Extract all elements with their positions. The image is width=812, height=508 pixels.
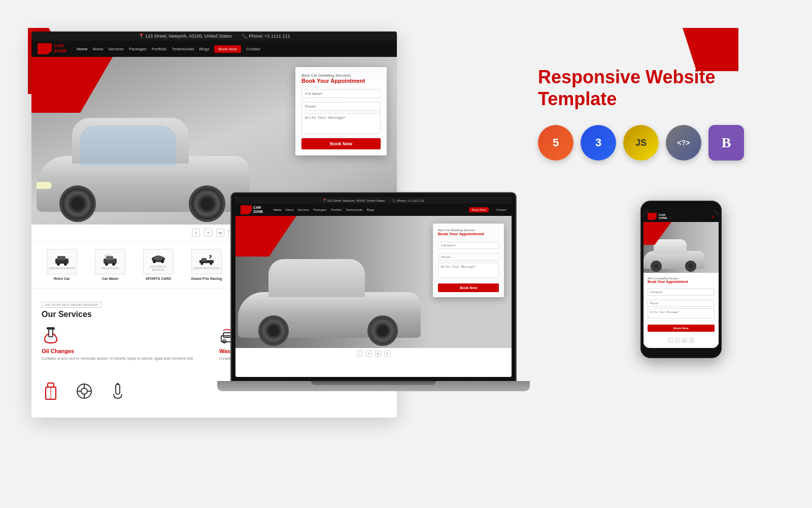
deco-red-topright: [683, 28, 738, 71]
brand-sports-logo: FOR PARTS & SERVICES: [143, 249, 174, 274]
nav-about[interactable]: About: [92, 47, 103, 51]
phone-social-in[interactable]: in: [682, 338, 687, 343]
nav-packages[interactable]: Packages: [129, 47, 147, 51]
js-badge: JS: [623, 125, 659, 161]
laptop-logo-badge: [241, 205, 252, 214]
svg-point-13: [153, 260, 156, 263]
laptop-nav-about[interactable]: About: [285, 208, 293, 211]
phone-logo-badge: [648, 213, 657, 220]
phone-social-tw[interactable]: t: [668, 338, 673, 343]
grandprix-icon: [199, 253, 214, 266]
phone-social-strip: t f in li: [644, 336, 719, 345]
laptop-logo-text: CARZONE: [253, 206, 263, 213]
laptop-base-notch: [311, 381, 436, 385]
phone-message-input[interactable]: [648, 308, 715, 319]
nav-book-button[interactable]: Book Now: [214, 45, 241, 53]
laptop-social-twitter[interactable]: t: [357, 351, 363, 357]
phone-fullname-input[interactable]: [648, 289, 715, 296]
phone-menu-icon[interactable]: ≡: [712, 214, 715, 219]
desktop-form-title: Book Your Appointment: [301, 78, 381, 84]
laptop-social-instagram[interactable]: li: [384, 351, 390, 357]
laptop-nav-contact[interactable]: Contact: [496, 208, 506, 211]
laptop-car-cabin: [268, 259, 365, 297]
js-symbol: JS: [635, 138, 647, 148]
phone-book-button[interactable]: Book Now: [648, 325, 715, 332]
rp-heading: Responsive Website Template: [538, 66, 782, 110]
service-icon-1: [42, 382, 60, 402]
social-instagram[interactable]: in: [216, 229, 224, 237]
laptop-book-button[interactable]: Book Now: [469, 207, 489, 212]
laptop-nav-home[interactable]: Home: [273, 208, 281, 211]
phone-hero: [644, 222, 719, 273]
brand-retro-car: CAR PARTS & REPAIR Retro Car: [42, 249, 82, 280]
laptop-logo: CARZONE: [241, 205, 263, 214]
car-headlight: [37, 182, 52, 189]
svg-rect-5: [106, 256, 113, 260]
svg-rect-22: [211, 255, 212, 256]
php-badge: <?>: [666, 125, 701, 161]
desktop-message-input[interactable]: [301, 113, 381, 134]
laptop-base: [217, 381, 530, 391]
nav-blogs[interactable]: Blogs: [199, 47, 209, 51]
laptop-booking-form: Best Car Detailing Services Book Your Ap…: [433, 224, 504, 297]
car-windshield: [80, 125, 176, 166]
laptop-nav-testimonials[interactable]: Testimonials: [346, 208, 363, 211]
html5-badge: 5: [538, 125, 573, 161]
desktop-booking-form: Best Car Detailing Services Book Your Ap…: [295, 67, 387, 155]
laptop-message-input[interactable]: [438, 263, 499, 278]
desktop-phone-input[interactable]: [301, 102, 381, 111]
desktop-nav-links: Home About Services Packages Portfolio T…: [77, 45, 391, 53]
laptop-form-title: Book Your Appointment: [438, 232, 499, 236]
laptop-nav-links: Home About Services Packages Portfolio T…: [273, 208, 465, 211]
phone-car-wf: [651, 261, 662, 272]
nav-contact[interactable]: Contact: [246, 47, 260, 51]
laptop-nav-blogs[interactable]: Blogs: [367, 208, 375, 211]
laptop-car-wheel-r: [367, 315, 398, 346]
phone-frame: CARZONE ≡ Best Car Detailing Services Bo…: [640, 201, 722, 358]
nav-testimonials[interactable]: Testimonials: [172, 47, 194, 51]
phone-social-li[interactable]: li: [689, 338, 694, 343]
laptop-phone-input[interactable]: [438, 253, 499, 261]
brand-sports-label: SPORTS CARS: [146, 277, 172, 280]
phone-navbar: CARZONE ≡: [644, 211, 719, 222]
css3-badge: 3: [581, 125, 616, 161]
brand-sports-cars: FOR PARTS & SERVICES SPORTS CARS: [138, 249, 179, 280]
desktop-info-bar: 📍 123 Street, Newyork, 43100, United Sta…: [31, 31, 397, 41]
svg-rect-34: [48, 383, 54, 387]
laptop-address: 📍 123 Street, Newyork, 43100, United Sta…: [323, 199, 385, 202]
phone-social-fb[interactable]: f: [675, 338, 680, 343]
laptop-phone: 📞 Phone: +1 1111 111: [392, 199, 424, 202]
laptop-screen-inner: 📍 123 Street, Newyork, 43100, United Sta…: [235, 197, 512, 377]
laptop-mockup: 📍 123 Street, Newyork, 43100, United Sta…: [231, 193, 516, 406]
desktop-fullname-input[interactable]: [301, 89, 381, 98]
nav-home[interactable]: Home: [77, 47, 87, 51]
laptop-social-linkedin[interactable]: in: [375, 351, 381, 357]
brand-grandprix-logo: GRAND PRIX RACING: [191, 249, 222, 274]
phone-notch: [671, 206, 691, 209]
sports-car-icon: [151, 252, 166, 264]
service-icon-3: [109, 382, 127, 402]
right-panel: Responsive Website Template 5 3 JS <?> B: [538, 66, 782, 161]
php-symbol: <?>: [678, 139, 690, 147]
social-facebook[interactable]: f: [204, 229, 212, 237]
nav-services[interactable]: Services: [108, 47, 124, 51]
laptop-social-facebook[interactable]: f: [366, 351, 372, 357]
brand-carwash-logo: WAX & POLISH: [95, 249, 125, 274]
laptop-social-strip: t f in li: [235, 348, 512, 359]
svg-point-14: [161, 260, 164, 263]
phone-logo-text: CARZONE: [659, 213, 667, 219]
laptop-fullname-input[interactable]: [438, 242, 499, 249]
nav-portfolio[interactable]: Portfolio: [152, 47, 166, 51]
laptop-nav-services[interactable]: Services: [297, 208, 309, 211]
phone-phone-input[interactable]: [648, 300, 715, 307]
desktop-logo-icon: [38, 43, 52, 54]
oil-changes-icon: [42, 327, 60, 345]
laptop-book-now-button[interactable]: Book Now: [438, 283, 499, 292]
social-twitter[interactable]: t: [192, 229, 200, 237]
laptop-nav-portfolio[interactable]: Portfolio: [331, 208, 342, 211]
laptop-nav-packages[interactable]: Packages: [313, 208, 326, 211]
css3-symbol: 3: [595, 136, 601, 149]
svg-rect-29: [47, 327, 55, 330]
svg-rect-44: [117, 383, 119, 385]
desktop-book-button[interactable]: Book Now: [301, 138, 381, 149]
